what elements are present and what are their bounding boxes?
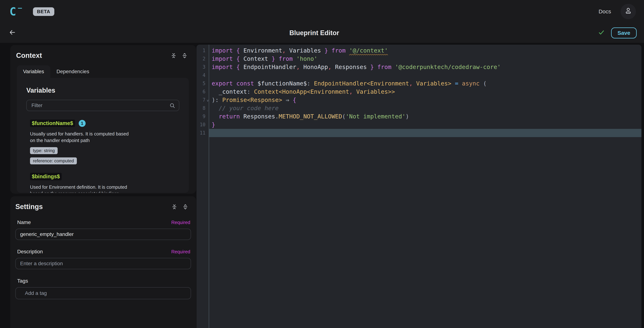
context-tabs: Variables Dependencies — [16, 65, 190, 78]
line-number[interactable]: 9 — [196, 112, 209, 121]
context-title: Context — [16, 52, 42, 60]
line-number[interactable]: 1 — [196, 47, 209, 55]
collapse-icon[interactable] — [171, 203, 178, 210]
user-icon — [624, 7, 632, 16]
settings-panel: Settings — [10, 196, 196, 328]
app-logo-icon[interactable]: C — [10, 5, 20, 18]
required-badge: Required — [171, 249, 190, 254]
name-field: Name Required — [15, 219, 191, 240]
settings-title: Settings — [15, 203, 43, 211]
left-sidebar: Context — [10, 45, 196, 328]
variable-name: $functionName$ — [30, 120, 75, 127]
name-input[interactable] — [15, 229, 191, 240]
variable-reference-badge: reference: computed — [30, 157, 77, 164]
code-area[interactable]: import { Environment, Variables } from '… — [209, 45, 642, 328]
variable-description: Usually used for handlers. It is compute… — [30, 131, 132, 144]
search-icon — [170, 103, 175, 110]
variable-item[interactable]: $functionName$ 1 Usually used for handle… — [26, 120, 179, 164]
expand-icon[interactable] — [182, 203, 189, 210]
name-label: Name — [17, 219, 31, 225]
line-number[interactable]: 7v — [196, 96, 209, 104]
line-number[interactable]: 2 — [196, 55, 209, 63]
tags-label: Tags — [17, 278, 28, 284]
line-number[interactable]: 4 — [196, 71, 209, 80]
code-editor[interactable]: 1234567v891011 import { Environment, Var… — [196, 45, 642, 328]
code-line[interactable]: } — [209, 121, 642, 129]
arrow-left-icon — [9, 29, 16, 37]
page-title: Blueprint Editor — [290, 29, 339, 37]
code-line[interactable]: _context: Context<HonoApp<Environment, V… — [209, 88, 642, 96]
context-panel: Context — [10, 45, 196, 194]
tags-field: Tags — [15, 278, 191, 299]
variable-type-badge: type: string — [30, 147, 58, 154]
code-line[interactable]: // your code here — [209, 104, 642, 112]
title-bar: Blueprint Editor Save — [0, 23, 644, 43]
back-button[interactable] — [7, 27, 18, 39]
code-line[interactable]: ): Promise<Response> ⇒ { — [209, 96, 642, 104]
tab-dependencies[interactable]: Dependencies — [50, 65, 96, 78]
line-number[interactable]: 5 — [196, 80, 209, 88]
variable-item[interactable]: $bindings$ Used for Environment definiti… — [26, 173, 179, 193]
fold-chevron-icon[interactable]: v — [207, 96, 209, 105]
tab-variables[interactable]: Variables — [17, 65, 50, 78]
active-code-line[interactable] — [209, 129, 642, 137]
line-number[interactable]: 6 — [196, 88, 209, 96]
required-badge: Required — [171, 220, 190, 225]
code-line[interactable]: return Responses.METHOD_NOT_ALLOWED('Not… — [209, 112, 642, 121]
variable-description: Used for Environment definition. It is c… — [30, 184, 132, 193]
code-line[interactable] — [209, 71, 642, 80]
variables-tab-panel: Variables $functionName$ 1 — [17, 78, 189, 193]
collapse-icon[interactable] — [170, 52, 177, 59]
editor-gutter[interactable]: 1234567v891011 — [196, 45, 209, 328]
avatar-button[interactable] — [620, 4, 636, 19]
save-button[interactable]: Save — [611, 28, 637, 39]
description-field: Description Required — [15, 249, 191, 269]
app-top-bar: C BETA Docs — [0, 0, 644, 23]
description-input[interactable] — [15, 258, 191, 269]
variable-name: $bindings$ — [30, 173, 62, 180]
line-number[interactable]: 8 — [196, 104, 209, 112]
expand-icon[interactable] — [181, 52, 188, 59]
variable-count-badge: 1 — [79, 120, 86, 127]
line-number[interactable]: 11 — [196, 129, 209, 137]
code-line[interactable]: import { EndpointHandler, HonoApp, Respo… — [209, 63, 642, 71]
docs-link[interactable]: Docs — [599, 9, 611, 15]
tags-input[interactable] — [15, 287, 191, 299]
code-line[interactable]: import { Context } from 'hono' — [209, 55, 642, 63]
code-line[interactable]: export const $functionName$: EndpointHan… — [209, 80, 642, 88]
code-line[interactable]: import { Environment, Variables } from '… — [209, 47, 642, 55]
line-number[interactable]: 10 — [196, 121, 209, 129]
variables-heading: Variables — [26, 87, 179, 94]
saved-check-icon — [598, 29, 605, 37]
description-label: Description — [17, 249, 43, 255]
line-number[interactable]: 3 — [196, 63, 209, 71]
beta-badge: BETA — [33, 7, 54, 16]
filter-input[interactable] — [26, 100, 179, 111]
